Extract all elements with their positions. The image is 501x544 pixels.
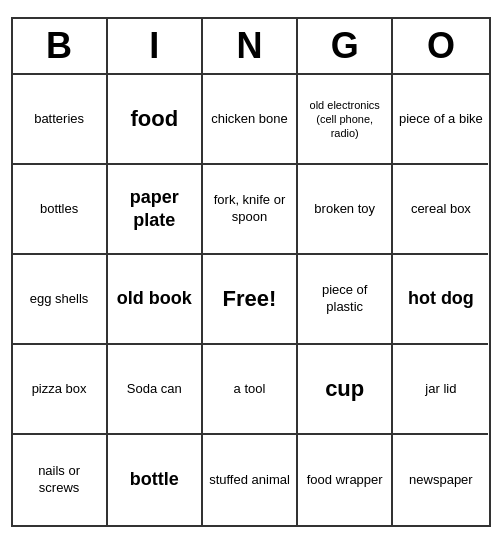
bingo-header: BINGO [13,19,489,75]
bingo-cell-5: bottles [13,165,108,255]
bingo-cell-9: cereal box [393,165,488,255]
bingo-cell-12: Free! [203,255,298,345]
header-letter-o: O [393,19,488,73]
bingo-cell-10: egg shells [13,255,108,345]
bingo-cell-6: paper plate [108,165,203,255]
bingo-cell-4: piece of a bike [393,75,488,165]
bingo-cell-11: old book [108,255,203,345]
bingo-cell-22: stuffed animal [203,435,298,525]
bingo-cell-24: newspaper [393,435,488,525]
bingo-cell-7: fork, knife or spoon [203,165,298,255]
bingo-grid: batteriesfoodchicken boneold electronics… [13,75,489,525]
bingo-cell-3: old electronics (cell phone, radio) [298,75,393,165]
bingo-cell-18: cup [298,345,393,435]
header-letter-b: B [13,19,108,73]
bingo-cell-8: broken toy [298,165,393,255]
bingo-cell-13: piece of plastic [298,255,393,345]
bingo-cell-21: bottle [108,435,203,525]
bingo-cell-16: Soda can [108,345,203,435]
bingo-cell-23: food wrapper [298,435,393,525]
bingo-cell-0: batteries [13,75,108,165]
bingo-cell-17: a tool [203,345,298,435]
bingo-cell-15: pizza box [13,345,108,435]
header-letter-g: G [298,19,393,73]
bingo-cell-1: food [108,75,203,165]
bingo-cell-19: jar lid [393,345,488,435]
header-letter-i: I [108,19,203,73]
bingo-card: BINGO batteriesfoodchicken boneold elect… [11,17,491,527]
bingo-cell-14: hot dog [393,255,488,345]
header-letter-n: N [203,19,298,73]
bingo-cell-20: nails or screws [13,435,108,525]
bingo-cell-2: chicken bone [203,75,298,165]
